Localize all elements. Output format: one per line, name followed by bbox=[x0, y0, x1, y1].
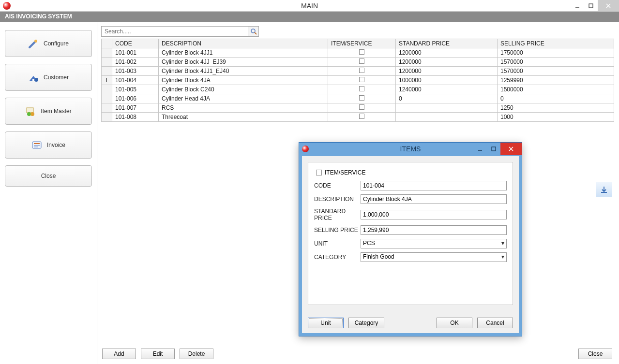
input-code[interactable] bbox=[361, 181, 507, 190]
window-title: MAIN bbox=[301, 2, 318, 10]
sidebar-item-master-button[interactable]: Item Master bbox=[5, 98, 92, 125]
checkbox-icon[interactable] bbox=[359, 77, 364, 82]
table-row[interactable]: 101-008Threecoat1000 bbox=[102, 113, 614, 122]
footer-buttons: Add Edit Delete bbox=[102, 349, 213, 359]
sidebar-customer-label: Customer bbox=[44, 74, 69, 81]
input-description[interactable] bbox=[361, 194, 507, 204]
table-row[interactable]: 101-005Cylinder Block C24012400001500000 bbox=[102, 85, 614, 94]
sidebar-close-button[interactable]: Close bbox=[5, 165, 92, 187]
cell-description: Cylinder Head 4JA bbox=[159, 94, 328, 103]
cell-item-service[interactable] bbox=[328, 113, 396, 122]
table-row[interactable]: 101-003Cylinder Block 4JJ1_EJ40120000015… bbox=[102, 67, 614, 76]
sidebar-customer-button[interactable]: Customer bbox=[5, 64, 92, 91]
modal-button-row: Unit Category OK Cancel bbox=[308, 318, 513, 328]
maximize-button[interactable] bbox=[584, 0, 598, 11]
row-marker bbox=[102, 58, 112, 67]
select-unit[interactable]: PCS bbox=[361, 239, 507, 248]
col-standard-price[interactable]: STANDARD PRICE bbox=[396, 39, 498, 48]
table-row[interactable]: 101-006Cylinder Head 4JA00 bbox=[102, 94, 614, 103]
cell-item-service[interactable] bbox=[328, 67, 396, 76]
item-service-checkbox[interactable] bbox=[316, 170, 322, 175]
main-window-titlebar: MAIN bbox=[0, 0, 619, 12]
cell-code: 101-003 bbox=[112, 67, 159, 76]
cell-item-service[interactable] bbox=[328, 48, 396, 58]
col-selling-price[interactable]: SELLING PRICE bbox=[498, 39, 614, 48]
table-row[interactable]: I101-004Cylinder Block 4JA10000001259990 bbox=[102, 76, 614, 85]
label-unit: UNIT bbox=[314, 240, 361, 247]
svg-point-15 bbox=[251, 29, 255, 33]
item-service-row: ITEM/SERVICE bbox=[316, 169, 507, 176]
cell-code: 101-004 bbox=[112, 76, 159, 85]
cell-standard-price: 1200000 bbox=[396, 48, 498, 58]
modal-minimize-button[interactable] bbox=[473, 143, 487, 155]
modal-title: ITEMS bbox=[400, 145, 421, 153]
cell-standard-price: 1240000 bbox=[396, 85, 498, 94]
delete-button[interactable]: Delete bbox=[180, 349, 213, 359]
footer-close-button[interactable]: Close bbox=[578, 349, 612, 359]
row-marker bbox=[102, 113, 112, 122]
download-panel-button[interactable] bbox=[596, 182, 612, 197]
table-row[interactable]: 101-001Cylinder Block 4JJ112000001750000 bbox=[102, 48, 614, 58]
modal-unit-button[interactable]: Unit bbox=[308, 318, 344, 328]
table-row[interactable]: 101-007RCS1250 bbox=[102, 103, 614, 113]
cell-standard-price: 1000000 bbox=[396, 76, 498, 85]
checkbox-icon[interactable] bbox=[359, 104, 364, 110]
cell-code: 101-005 bbox=[112, 85, 159, 94]
row-selling-price: SELLING PRICE bbox=[314, 225, 507, 235]
items-modal: ITEMS ITEM/SERVICE CODE bbox=[299, 142, 522, 336]
table-header-row: CODE DESCRIPTION ITEM/SERVICE STANDARD P… bbox=[102, 39, 614, 48]
cell-item-service[interactable] bbox=[328, 76, 396, 85]
modal-app-icon bbox=[302, 146, 309, 152]
svg-rect-11 bbox=[32, 142, 41, 148]
modal-ok-button[interactable]: OK bbox=[437, 318, 472, 328]
sidebar: Configure Customer Item Master Invoice C… bbox=[0, 22, 97, 364]
search-bar bbox=[101, 26, 614, 37]
col-item-service[interactable]: ITEM/SERVICE bbox=[328, 39, 396, 48]
sidebar-invoice-button[interactable]: Invoice bbox=[5, 131, 92, 159]
cell-item-service[interactable] bbox=[328, 85, 396, 94]
modal-close-button[interactable] bbox=[500, 143, 522, 155]
edit-button[interactable]: Edit bbox=[141, 349, 175, 359]
sidebar-configure-label: Configure bbox=[44, 40, 69, 47]
checkbox-icon[interactable] bbox=[359, 114, 364, 119]
input-selling-price[interactable] bbox=[361, 225, 507, 235]
sidebar-configure-button[interactable]: Configure bbox=[5, 30, 92, 57]
add-button[interactable]: Add bbox=[102, 349, 136, 359]
checkbox-icon[interactable] bbox=[359, 49, 364, 55]
cell-standard-price: 1200000 bbox=[396, 67, 498, 76]
col-code[interactable]: CODE bbox=[112, 39, 159, 48]
cell-selling-price: 1000 bbox=[498, 113, 614, 122]
checkbox-icon[interactable] bbox=[359, 58, 364, 64]
cell-description: Cylinder Block C240 bbox=[159, 85, 328, 94]
table-row[interactable]: 101-002Cylinder Block 4JJ_EJ391200000157… bbox=[102, 58, 614, 67]
close-window-button[interactable] bbox=[598, 0, 619, 11]
item-service-label: ITEM/SERVICE bbox=[325, 169, 365, 176]
row-unit: UNIT PCS bbox=[314, 239, 507, 248]
input-standard-price[interactable] bbox=[361, 210, 507, 219]
checkbox-icon[interactable] bbox=[359, 86, 364, 91]
svg-rect-1 bbox=[589, 4, 593, 8]
checkbox-icon[interactable] bbox=[359, 68, 364, 73]
cell-item-service[interactable] bbox=[328, 94, 396, 103]
item-master-icon bbox=[25, 106, 36, 116]
row-marker bbox=[102, 103, 112, 113]
search-button[interactable] bbox=[248, 26, 259, 37]
modal-titlebar[interactable]: ITEMS bbox=[299, 143, 522, 155]
cell-item-service[interactable] bbox=[328, 103, 396, 113]
sidebar-invoice-label: Invoice bbox=[47, 142, 65, 148]
modal-maximize-button[interactable] bbox=[487, 143, 500, 155]
select-category[interactable]: Finish Good bbox=[361, 252, 507, 262]
cell-item-service[interactable] bbox=[328, 58, 396, 67]
window-controls bbox=[571, 0, 619, 11]
row-header-blank bbox=[102, 39, 112, 48]
cell-description: Cylinder Block 4JA bbox=[159, 76, 328, 85]
minimize-button[interactable] bbox=[571, 0, 584, 11]
cell-standard-price: 0 bbox=[396, 94, 498, 103]
items-table[interactable]: CODE DESCRIPTION ITEM/SERVICE STANDARD P… bbox=[101, 39, 614, 122]
modal-cancel-button[interactable]: Cancel bbox=[477, 318, 513, 328]
checkbox-icon[interactable] bbox=[359, 95, 364, 101]
search-input[interactable] bbox=[101, 26, 248, 37]
row-marker bbox=[102, 85, 112, 94]
col-description[interactable]: DESCRIPTION bbox=[159, 39, 328, 48]
modal-category-button[interactable]: Category bbox=[348, 318, 384, 328]
